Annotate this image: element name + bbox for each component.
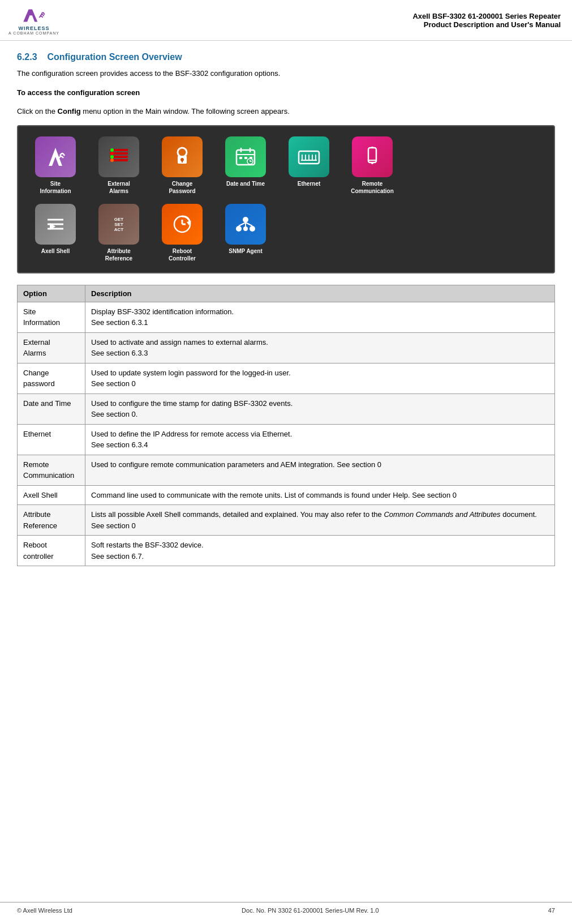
table-cell-description: Used to define the IP Address for remote… <box>85 424 555 455</box>
svg-text:ACT: ACT <box>114 227 124 232</box>
table-cell-option: Change password <box>18 363 85 393</box>
table-cell-option: Remote Communication <box>18 455 85 485</box>
table-row: Site InformationDisplay BSF-3302 identif… <box>18 302 555 332</box>
date-time-icon <box>233 144 258 169</box>
axell-shell-label: Axell Shell <box>41 247 70 255</box>
config-row-2: Axell Shell GET SET ACT AttributeReferen… <box>27 204 545 262</box>
svg-point-47 <box>243 226 248 231</box>
date-time-label: Date and Time <box>226 180 265 187</box>
table-cell-description: Soft restarts the BSF-3302 device. See s… <box>85 536 555 566</box>
config-bold: Config <box>58 107 81 116</box>
svg-rect-18 <box>239 157 242 159</box>
table-cell-option: Site Information <box>18 302 85 332</box>
svg-point-10 <box>178 148 187 157</box>
external-alarms-label: ExternalAlarms <box>107 180 130 195</box>
col-description-header: Description <box>85 285 555 302</box>
table-cell-option: Date and Time <box>18 393 85 424</box>
svg-point-8 <box>110 155 114 159</box>
remote-comm-btn[interactable] <box>352 136 393 177</box>
access-pre: Click on the <box>17 107 58 116</box>
config-icon-attr-reference[interactable]: GET SET ACT AttributeReference <box>91 204 147 262</box>
site-information-btn[interactable] <box>35 136 76 177</box>
svg-point-7 <box>110 152 114 155</box>
section-title: Configuration Screen Overview <box>47 52 182 62</box>
change-password-icon <box>170 144 195 169</box>
attr-reference-btn[interactable]: GET SET ACT <box>98 204 139 245</box>
access-body: Click on the Config menu option in the M… <box>17 106 555 117</box>
ethernet-icon <box>296 144 321 169</box>
remote-comm-label: RemoteCommunication <box>351 180 394 195</box>
svg-line-50 <box>246 223 252 226</box>
table-row: Date and TimeUsed to configure the time … <box>18 393 555 424</box>
header-title: Axell BSF-3302 61-200001 Series Repeater… <box>412 12 561 29</box>
svg-text:SET: SET <box>114 222 123 227</box>
ethernet-btn[interactable] <box>289 136 329 177</box>
axell-logo-icon <box>20 6 48 25</box>
config-icon-snmp-agent[interactable]: SNMP Agent <box>217 204 274 262</box>
footer-copyright: © Axell Wireless Ltd <box>17 907 72 914</box>
axell-shell-btn[interactable] <box>35 204 76 245</box>
header-title-line2: Product Description and User's Manual <box>412 20 561 29</box>
svg-point-9 <box>110 159 114 162</box>
header-title-line1: Axell BSF-3302 61-200001 Series Repeater <box>412 12 561 20</box>
table-row: External AlarmsUsed to activate and assi… <box>18 332 555 363</box>
snmp-agent-btn[interactable] <box>225 204 266 245</box>
config-icon-change-password[interactable]: ChangePassword <box>154 136 210 195</box>
reboot-controller-label: RebootController <box>169 247 196 262</box>
svg-line-48 <box>239 223 246 226</box>
config-screen-box: SiteInformation ExternalAlarms <box>17 125 555 273</box>
table-cell-option: External Alarms <box>18 332 85 363</box>
date-time-btn[interactable] <box>225 136 266 177</box>
svg-point-31 <box>371 162 373 164</box>
options-table: Option Description Site InformationDispl… <box>17 285 555 567</box>
table-row: Axell ShellCommand line used to communic… <box>18 485 555 505</box>
external-alarms-btn[interactable] <box>98 136 139 177</box>
config-icon-site-information[interactable]: SiteInformation <box>27 136 84 195</box>
snmp-agent-icon <box>233 212 258 237</box>
table-cell-description: Command line used to communicate with th… <box>85 485 555 505</box>
table-cell-description: Used to configure remote communication p… <box>85 455 555 485</box>
attr-reference-label: AttributeReference <box>105 247 132 262</box>
svg-point-44 <box>243 217 248 223</box>
col-option-header: Option <box>18 285 85 302</box>
reboot-controller-icon <box>170 212 195 237</box>
svg-point-46 <box>250 226 255 232</box>
svg-rect-13 <box>182 160 183 162</box>
external-alarms-icon <box>106 144 131 169</box>
config-icon-external-alarms[interactable]: ExternalAlarms <box>91 136 147 195</box>
svg-point-45 <box>236 226 242 232</box>
attr-reference-icon: GET SET ACT <box>106 212 131 237</box>
config-row-1: SiteInformation ExternalAlarms <box>27 136 545 195</box>
table-cell-description: Used to update system login password for… <box>85 363 555 393</box>
change-password-label: ChangePassword <box>169 180 195 195</box>
config-icon-axell-shell[interactable]: Axell Shell <box>27 204 84 262</box>
table-row: Change passwordUsed to update system log… <box>18 363 555 393</box>
axell-shell-icon <box>43 212 68 237</box>
table-row: Attribute ReferenceLists all possible Ax… <box>18 505 555 536</box>
table-cell-option: Axell Shell <box>18 485 85 505</box>
access-heading-bold: To access the configuration screen <box>17 88 140 97</box>
logo-box: WIRELESS A COBHAM COMPANY <box>6 5 62 36</box>
intro-text: The configuration screen provides access… <box>17 68 555 79</box>
reboot-controller-btn[interactable] <box>162 204 203 245</box>
config-icon-ethernet[interactable]: Ethernet <box>281 136 337 195</box>
config-icon-date-time[interactable]: Date and Time <box>217 136 274 195</box>
main-content: 6.2.3 Configuration Screen Overview The … <box>0 41 572 594</box>
config-icon-remote-comm[interactable]: RemoteCommunication <box>344 136 401 195</box>
section-number: 6.2.3 <box>17 52 37 62</box>
site-information-label: SiteInformation <box>40 180 71 195</box>
config-icon-reboot-controller[interactable]: RebootController <box>154 204 210 262</box>
access-heading: To access the configuration screen <box>17 87 555 99</box>
table-cell-description: Used to configure the time stamp for dat… <box>85 393 555 424</box>
logo-company-text: A COBHAM COMPANY <box>8 31 59 35</box>
svg-point-6 <box>110 148 114 152</box>
remote-comm-icon <box>360 144 385 169</box>
svg-marker-0 <box>23 9 37 22</box>
table-row: EthernetUsed to define the IP Address fo… <box>18 424 555 455</box>
table-header-row: Option Description <box>18 285 555 302</box>
change-password-btn[interactable] <box>162 136 203 177</box>
logo-wireless-text: WIRELESS <box>18 25 49 31</box>
snmp-agent-label: SNMP Agent <box>229 247 262 255</box>
table-cell-description: Lists all possible Axell Shell commands,… <box>85 505 555 536</box>
access-post: menu option in the Main window. The foll… <box>81 107 290 116</box>
